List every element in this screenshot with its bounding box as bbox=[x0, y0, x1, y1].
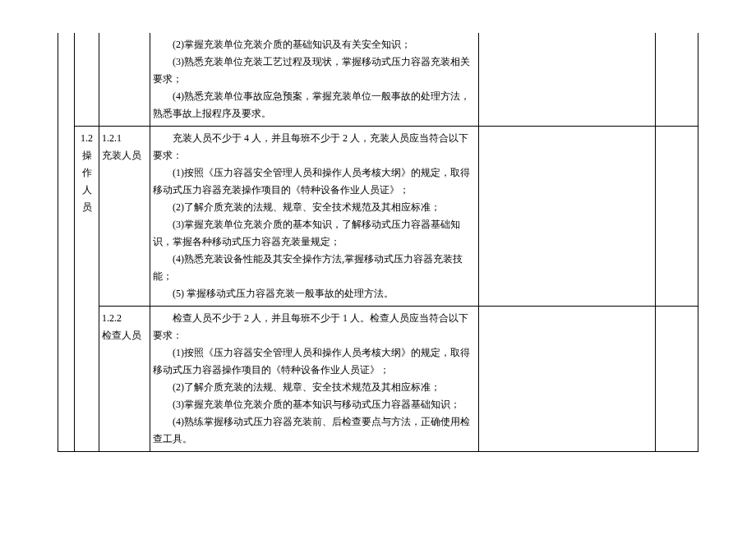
cell-empty bbox=[656, 127, 698, 307]
cell-content: 检查人员不少于 2 人，并且每班不少于 1 人。检查人员应当符合以下要求： (1… bbox=[150, 307, 479, 452]
cell-empty bbox=[58, 127, 75, 452]
paragraph: (2)了解介质充装的法规、规章、安全技术规范及其相应标准； bbox=[153, 199, 476, 216]
cell-section-num: 1.2 操作人员 bbox=[75, 127, 99, 452]
paragraph: (2)了解介质充装的法规、规章、安全技术规范及其相应标准； bbox=[153, 379, 476, 396]
paragraph: (3)掌握充装单位充装介质的基本知识与移动式压力容器基础知识； bbox=[153, 396, 476, 413]
table-row: (2)掌握充装单位充装介质的基础知识及有关安全知识； (3)熟悉充装单位充装工艺… bbox=[58, 33, 698, 127]
subsection-title: 充装人员 bbox=[102, 150, 141, 161]
paragraph: (1)按照《压力容器安全管理人员和操作人员考核大纲》的规定，取得移动式压力容器充… bbox=[153, 164, 476, 199]
cell-empty bbox=[656, 33, 698, 127]
cell-subsection: 1.2.1 充装人员 bbox=[99, 127, 150, 307]
paragraph: (3)掌握充装单位充装介质的基本知识，了解移动式压力容器基础知识，掌握各种移动式… bbox=[153, 216, 476, 251]
section-number: 1.2 bbox=[81, 132, 93, 144]
subsection-title: 检查人员 bbox=[102, 330, 141, 341]
paragraph: 检查人员不少于 2 人，并且每班不少于 1 人。检查人员应当符合以下要求： bbox=[153, 310, 476, 344]
paragraph: (1)按照《压力容器安全管理人员和操作人员考核大纲》的规定，取得移动式压力容器操… bbox=[153, 344, 476, 379]
cell-empty bbox=[75, 33, 99, 127]
paragraph: (4)熟悉充装单位事故应急预案，掌握充装单位一般事故的处理方法，熟悉事故上报程序… bbox=[153, 88, 476, 122]
table-row: 1.2 操作人员 1.2.1 充装人员 充装人员不少于 4 人，并且每班不少于 … bbox=[58, 127, 698, 307]
cell-subsection: 1.2.2 检查人员 bbox=[99, 307, 150, 452]
cell-empty bbox=[479, 33, 656, 127]
cell-empty bbox=[99, 33, 150, 127]
requirements-table: (2)掌握充装单位充装介质的基础知识及有关安全知识； (3)熟悉充装单位充装工艺… bbox=[58, 33, 698, 452]
paragraph: (4)熟悉充装设备性能及其安全操作方法,掌握移动式压力容器充装技能； bbox=[153, 251, 476, 285]
paragraph: (2)掌握充装单位充装介质的基础知识及有关安全知识； bbox=[153, 36, 476, 53]
paragraph: 充装人员不少于 4 人，并且每班不少于 2 人，充装人员应当符合以下要求： bbox=[153, 130, 476, 164]
cell-empty bbox=[479, 127, 656, 307]
cell-content: (2)掌握充装单位充装介质的基础知识及有关安全知识； (3)熟悉充装单位充装工艺… bbox=[150, 33, 479, 127]
paragraph: (3)熟悉充装单位充装工艺过程及现状，掌握移动式压力容器充装相关要求； bbox=[153, 53, 476, 88]
subsection-number: 1.2.1 bbox=[102, 132, 122, 144]
table-row: 1.2.2 检查人员 检查人员不少于 2 人，并且每班不少于 1 人。检查人员应… bbox=[58, 307, 698, 452]
section-title: 操作人员 bbox=[82, 150, 92, 213]
paragraph: (5) 掌握移动式压力容器充装一般事故的处理方法。 bbox=[153, 285, 476, 302]
cell-empty bbox=[479, 307, 656, 452]
paragraph: (4)熟练掌握移动式压力容器充装前、后检查要点与方法，正确使用检查工具。 bbox=[153, 413, 476, 448]
cell-content: 充装人员不少于 4 人，并且每班不少于 2 人，充装人员应当符合以下要求： (1… bbox=[150, 127, 479, 307]
cell-empty bbox=[656, 307, 698, 452]
subsection-number: 1.2.2 bbox=[102, 312, 122, 324]
cell-empty bbox=[58, 33, 75, 127]
